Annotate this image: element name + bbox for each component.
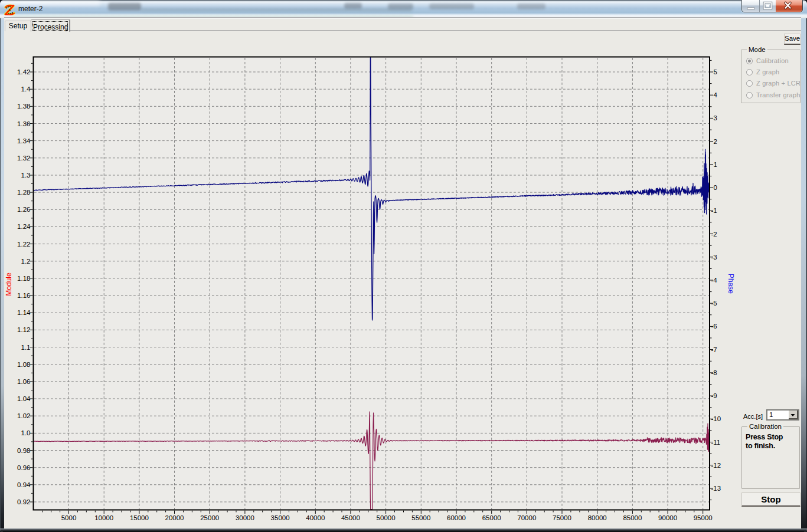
svg-text:3: 3 bbox=[714, 114, 717, 121]
svg-text:1.2: 1.2 bbox=[21, 258, 31, 265]
svg-text:90000: 90000 bbox=[658, 514, 677, 521]
svg-text:40000: 40000 bbox=[306, 514, 325, 521]
svg-text:50000: 50000 bbox=[377, 514, 396, 521]
svg-text:70000: 70000 bbox=[517, 514, 536, 521]
svg-text:-13: -13 bbox=[711, 485, 721, 492]
svg-text:1.06: 1.06 bbox=[17, 378, 30, 385]
svg-text:0.96: 0.96 bbox=[17, 464, 30, 471]
svg-text:1.3: 1.3 bbox=[21, 172, 31, 179]
svg-text:1.0: 1.0 bbox=[21, 429, 31, 436]
svg-text:4: 4 bbox=[714, 91, 718, 98]
svg-text:1.12: 1.12 bbox=[17, 326, 30, 333]
svg-text:1.34: 1.34 bbox=[17, 137, 31, 145]
svg-text:1.14: 1.14 bbox=[17, 309, 31, 316]
svg-text:0.94: 0.94 bbox=[17, 481, 31, 488]
svg-text:-5: -5 bbox=[711, 300, 717, 307]
svg-text:0.92: 0.92 bbox=[17, 498, 30, 505]
svg-text:-4: -4 bbox=[711, 277, 718, 284]
svg-text:1.22: 1.22 bbox=[17, 241, 30, 248]
svg-text:55000: 55000 bbox=[411, 514, 430, 521]
svg-text:1.36: 1.36 bbox=[17, 120, 30, 127]
svg-text:1.26: 1.26 bbox=[17, 206, 30, 213]
svg-text:95000: 95000 bbox=[694, 514, 713, 521]
svg-text:35000: 35000 bbox=[271, 514, 290, 521]
svg-text:1.02: 1.02 bbox=[17, 412, 30, 419]
svg-text:20000: 20000 bbox=[165, 514, 184, 521]
svg-text:1.04: 1.04 bbox=[17, 395, 31, 402]
svg-text:85000: 85000 bbox=[623, 514, 642, 521]
svg-text:0: 0 bbox=[714, 184, 717, 191]
svg-text:1.4: 1.4 bbox=[21, 86, 31, 93]
svg-text:30000: 30000 bbox=[236, 514, 254, 521]
svg-text:80000: 80000 bbox=[588, 514, 607, 521]
svg-text:60000: 60000 bbox=[447, 514, 466, 521]
svg-text:2: 2 bbox=[714, 138, 717, 145]
svg-text:-8: -8 bbox=[711, 369, 717, 376]
svg-text:1.1: 1.1 bbox=[21, 344, 31, 351]
svg-text:-2: -2 bbox=[711, 231, 717, 238]
svg-text:65000: 65000 bbox=[482, 514, 501, 521]
svg-text:10000: 10000 bbox=[94, 514, 113, 521]
svg-text:Phase: Phase bbox=[727, 274, 735, 294]
svg-text:-7: -7 bbox=[711, 346, 717, 353]
svg-text:5: 5 bbox=[714, 68, 717, 75]
svg-text:75000: 75000 bbox=[553, 514, 571, 521]
svg-text:-6: -6 bbox=[711, 323, 717, 330]
svg-text:-11: -11 bbox=[711, 439, 721, 446]
svg-text:1.24: 1.24 bbox=[17, 223, 31, 230]
svg-text:1.38: 1.38 bbox=[17, 103, 30, 110]
svg-text:15000: 15000 bbox=[130, 514, 149, 521]
svg-text:-9: -9 bbox=[711, 392, 717, 399]
svg-text:-1: -1 bbox=[711, 207, 717, 214]
svg-text:1.08: 1.08 bbox=[17, 361, 30, 368]
svg-text:45000: 45000 bbox=[341, 514, 360, 521]
svg-text:-3: -3 bbox=[711, 254, 717, 261]
svg-text:1.16: 1.16 bbox=[17, 292, 30, 299]
svg-text:1.18: 1.18 bbox=[17, 275, 30, 282]
svg-text:1.32: 1.32 bbox=[17, 155, 30, 162]
svg-text:25000: 25000 bbox=[200, 514, 219, 521]
svg-text:-12: -12 bbox=[711, 462, 721, 469]
svg-text:-10: -10 bbox=[711, 415, 721, 422]
svg-text:1.42: 1.42 bbox=[17, 68, 30, 75]
svg-text:1.28: 1.28 bbox=[17, 189, 30, 196]
svg-text:0.98: 0.98 bbox=[17, 447, 30, 454]
svg-text:1: 1 bbox=[714, 161, 717, 168]
svg-text:5000: 5000 bbox=[61, 514, 77, 521]
svg-text:Module: Module bbox=[5, 272, 13, 296]
